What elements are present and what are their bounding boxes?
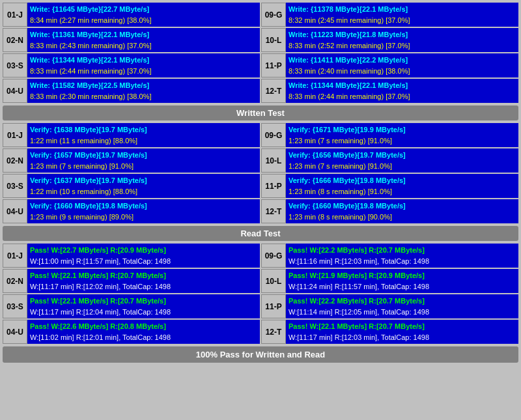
cell-line2: W:[11:16 min] R:[12:03 min], TotalCap: 1…: [289, 256, 516, 267]
table-row: 12-TPass! W:[22.1 MByte/s] R:[20.7 MByte…: [261, 320, 518, 344]
cell-id: 04-U: [3, 320, 27, 344]
written-test-header: Written Test: [3, 105, 518, 120]
write-section: 01-JWrite: {11645 MByte}[22.7 MByte/s]8:…: [3, 3, 518, 103]
cell-id: 02-N: [3, 148, 27, 173]
cell-id: 01-J: [3, 244, 27, 268]
cell-line1: Verify: {1657 MByte}[19.7 MByte/s]: [30, 150, 257, 161]
table-row: 11-PVerify: {1666 MByte}[19.8 MByte/s]1:…: [261, 174, 518, 198]
table-row: 03-SPass! W:[22.1 MByte/s] R:[20.7 MByte…: [3, 294, 260, 318]
cell-id: 12-T: [261, 79, 286, 103]
cell-content: Pass! W:[22.1 MByte/s] R:[20.7 MByte/s]W…: [27, 294, 260, 318]
cell-content: Write: {11361 MByte}[22.1 MByte/s]8:33 m…: [27, 28, 260, 52]
table-row: 09-GVerify: {1671 MByte}[19.9 MByte/s]1:…: [261, 123, 518, 147]
cell-id: 04-U: [3, 199, 27, 223]
table-row: 10-LPass! W:[21.9 MByte/s] R:[20.9 MByte…: [261, 269, 518, 293]
cell-line1: Pass! W:[22.2 MByte/s] R:[20.7 MByte/s]: [289, 296, 516, 307]
table-row: 03-SVerify: {1637 MByte}[19.7 MByte/s]1:…: [3, 174, 260, 198]
cell-line1: Pass! W:[22.7 MByte/s] R:[20.9 MByte/s]: [30, 245, 257, 256]
cell-content: Write: {11582 MByte}[22.5 MByte/s]8:33 m…: [27, 79, 260, 103]
verify-section: 01-JVerify: {1638 MByte}[19.7 MByte/s]1:…: [3, 123, 518, 223]
cell-id: 11-P: [261, 53, 286, 77]
cell-line1: Verify: {1637 MByte}[19.7 MByte/s]: [30, 175, 257, 186]
cell-line2: 8:33 min (2:44 min remaining) [37.0%]: [289, 91, 516, 102]
cell-line2: 1:23 min (7 s remaining) [91.0%]: [30, 161, 257, 172]
table-row: 11-PPass! W:[22.2 MByte/s] R:[20.7 MByte…: [261, 294, 518, 318]
cell-id: 03-S: [3, 294, 27, 318]
cell-line1: Write: {11582 MByte}[22.5 MByte/s]: [30, 80, 257, 91]
cell-id: 03-S: [3, 53, 27, 77]
cell-line2: 1:23 min (7 s remaining) [91.0%]: [289, 161, 516, 172]
cell-line2: W:[11:17 min] R:[12:02 min], TotalCap: 1…: [30, 281, 257, 292]
table-row: 01-JVerify: {1638 MByte}[19.7 MByte/s]1:…: [3, 123, 260, 147]
cell-line1: Write: {11361 MByte}[22.1 MByte/s]: [30, 29, 257, 40]
cell-content: Write: {11378 MByte}[22.1 MByte/s]8:32 m…: [286, 3, 518, 27]
cell-line2: 8:33 min (2:52 min remaining) [37.0%]: [289, 40, 516, 51]
table-row: 12-TVerify: {1660 MByte}[19.8 MByte/s]1:…: [261, 199, 518, 223]
cell-id: 12-T: [261, 320, 286, 344]
cell-content: Write: {11344 MByte}[22.1 MByte/s]8:33 m…: [286, 79, 518, 103]
table-row: 03-SWrite: {11344 MByte}[22.1 MByte/s]8:…: [3, 53, 260, 77]
cell-content: Verify: {1660 MByte}[19.8 MByte/s]1:23 m…: [286, 199, 518, 223]
table-row: 02-NVerify: {1657 MByte}[19.7 MByte/s]1:…: [3, 148, 260, 173]
cell-line2: 1:22 min (10 s remaining) [88.0%]: [30, 186, 257, 197]
cell-content: Verify: {1666 MByte}[19.8 MByte/s]1:23 m…: [286, 174, 518, 198]
pass-grid: 01-JPass! W:[22.7 MByte/s] R:[20.9 MByte…: [3, 244, 518, 344]
cell-line2: W:[11:00 min] R:[11:57 min], TotalCap: 1…: [30, 256, 257, 267]
cell-line1: Verify: {1660 MByte}[19.8 MByte/s]: [289, 201, 516, 212]
cell-id: 10-L: [261, 148, 286, 173]
cell-content: Verify: {1671 MByte}[19.9 MByte/s]1:23 m…: [286, 123, 518, 147]
cell-line1: Write: {11645 MByte}[22.7 MByte/s]: [30, 4, 257, 15]
cell-id: 10-L: [261, 269, 286, 293]
cell-id: 02-N: [3, 28, 27, 52]
cell-line1: Pass! W:[22.1 MByte/s] R:[20.7 MByte/s]: [289, 321, 516, 332]
cell-line1: Verify: {1666 MByte}[19.8 MByte/s]: [289, 175, 516, 186]
footer-bar: 100% Pass for Written and Read: [3, 346, 518, 363]
cell-line2: 8:33 min (2:40 min remaining) [38.0%]: [289, 66, 516, 77]
table-row: 09-GPass! W:[22.2 MByte/s] R:[20.7 MByte…: [261, 244, 518, 268]
cell-id: 03-S: [3, 174, 27, 198]
cell-id: 09-G: [261, 123, 286, 147]
cell-line2: W:[11:24 min] R:[11:57 min], TotalCap: 1…: [289, 281, 516, 292]
cell-line1: Pass! W:[21.9 MByte/s] R:[20.9 MByte/s]: [289, 270, 516, 281]
cell-line2: 8:33 min (2:43 min remaining) [37.0%]: [30, 40, 257, 51]
cell-line2: 8:33 min (2:44 min remaining) [37.0%]: [30, 66, 257, 77]
cell-line2: 1:23 min (8 s remaining) [90.0%]: [289, 212, 516, 223]
cell-content: Pass! W:[22.1 MByte/s] R:[20.7 MByte/s]W…: [27, 269, 260, 293]
cell-line1: Write: {11223 MByte}[21.8 MByte/s]: [289, 29, 516, 40]
cell-line2: 1:23 min (9 s remaining) [89.0%]: [30, 212, 257, 223]
table-row: 11-PWrite: {11411 MByte}[22.2 MByte/s]8:…: [261, 53, 518, 77]
cell-content: Verify: {1638 MByte}[19.7 MByte/s]1:22 m…: [27, 123, 260, 147]
table-row: 02-NPass! W:[22.1 MByte/s] R:[20.7 MByte…: [3, 269, 260, 293]
cell-id: 12-T: [261, 199, 286, 223]
cell-id: 09-G: [261, 244, 286, 268]
cell-line1: Verify: {1660 MByte}[19.8 MByte/s]: [30, 201, 257, 212]
cell-content: Verify: {1637 MByte}[19.7 MByte/s]1:22 m…: [27, 174, 260, 198]
table-row: 04-UPass! W:[22.6 MByte/s] R:[20.8 MByte…: [3, 320, 260, 344]
cell-content: Verify: {1657 MByte}[19.7 MByte/s]1:23 m…: [27, 148, 260, 173]
cell-content: Pass! W:[22.2 MByte/s] R:[20.7 MByte/s]W…: [286, 244, 518, 268]
cell-id: 04-U: [3, 79, 27, 103]
table-row: 01-JWrite: {11645 MByte}[22.7 MByte/s]8:…: [3, 3, 260, 27]
cell-line2: 1:22 min (11 s remaining) [88.0%]: [30, 135, 257, 147]
cell-line2: 8:34 min (2:27 min remaining) [38.0%]: [30, 15, 257, 26]
table-row: 10-LVerify: {1656 MByte}[19.7 MByte/s]1:…: [261, 148, 518, 173]
table-row: 01-JPass! W:[22.7 MByte/s] R:[20.9 MByte…: [3, 244, 260, 268]
pass-section: 01-JPass! W:[22.7 MByte/s] R:[20.9 MByte…: [3, 244, 518, 344]
cell-content: Verify: {1660 MByte}[19.8 MByte/s]1:23 m…: [27, 199, 260, 223]
cell-line1: Verify: {1656 MByte}[19.7 MByte/s]: [289, 150, 516, 161]
cell-content: Pass! W:[21.9 MByte/s] R:[20.9 MByte/s]W…: [286, 269, 518, 293]
cell-line1: Write: {11344 MByte}[22.1 MByte/s]: [289, 80, 516, 91]
cell-id: 01-J: [3, 123, 27, 147]
cell-line1: Pass! W:[22.1 MByte/s] R:[20.7 MByte/s]: [30, 296, 257, 307]
cell-content: Pass! W:[22.7 MByte/s] R:[20.9 MByte/s]W…: [27, 244, 260, 268]
table-row: 02-NWrite: {11361 MByte}[22.1 MByte/s]8:…: [3, 28, 260, 52]
cell-line2: 8:32 min (2:45 min remaining) [37.0%]: [289, 15, 516, 26]
cell-line2: W:[11:17 min] R:[12:03 min], TotalCap: 1…: [289, 332, 516, 343]
cell-content: Pass! W:[22.6 MByte/s] R:[20.8 MByte/s]W…: [27, 320, 260, 344]
cell-content: Write: {11411 MByte}[22.2 MByte/s]8:33 m…: [286, 53, 518, 77]
cell-line2: W:[11:14 min] R:[12:05 min], TotalCap: 1…: [289, 307, 516, 318]
cell-line1: Write: {11378 MByte}[22.1 MByte/s]: [289, 4, 516, 15]
cell-id: 10-L: [261, 28, 286, 52]
write-grid: 01-JWrite: {11645 MByte}[22.7 MByte/s]8:…: [3, 3, 518, 103]
cell-line1: Pass! W:[22.2 MByte/s] R:[20.7 MByte/s]: [289, 245, 516, 256]
